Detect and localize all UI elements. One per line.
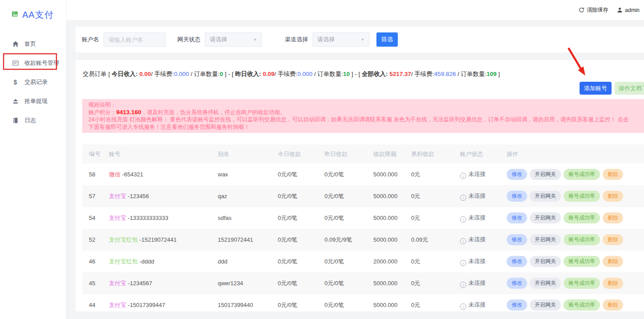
- account-success-rate-button[interactable]: 账号成功率: [564, 278, 600, 289]
- account-success-rate-button[interactable]: 账号成功率: [564, 212, 600, 223]
- summary-segment: 今日收入:: [112, 71, 139, 77]
- cell-operations: 修改开启网关账号成功率删除: [500, 251, 644, 272]
- cell-yesterday-income: 0元/0笔: [318, 272, 367, 294]
- cell-total-income: 0元: [404, 272, 453, 294]
- cell-limit: 5000.000: [367, 229, 404, 251]
- status-label: 未连接: [468, 301, 486, 308]
- chevron-down-icon: ▼: [253, 38, 257, 42]
- channel-type-label: 支付宝: [109, 215, 126, 221]
- status-label: 未连接: [468, 258, 486, 264]
- open-gateway-button[interactable]: 开启网关: [530, 234, 561, 245]
- delete-button[interactable]: 删除: [603, 212, 623, 223]
- cell-operations: 修改开启网关账号成功率删除: [500, 185, 644, 207]
- channel-select-label: 渠道选择: [285, 36, 308, 44]
- summary-segment: 10: [343, 71, 350, 77]
- account-success-rate-button[interactable]: 账号成功率: [564, 191, 600, 202]
- channel-select[interactable]: 请选择 ▼: [312, 32, 369, 47]
- doc-download-button[interactable]: 操作文档下载: [615, 82, 644, 95]
- modify-button[interactable]: 修改: [507, 169, 527, 180]
- cell-total-income: 0元: [404, 251, 453, 272]
- gateway-status-value: 请选择: [210, 36, 227, 44]
- column-header: 累积收款: [404, 144, 453, 163]
- summary-segment: / 订单数量:: [189, 71, 220, 77]
- cell-limit: 5000.000: [367, 185, 404, 207]
- cell-yesterday-income: 0元/0笔: [318, 294, 367, 316]
- cell-status: ↓未连接: [453, 163, 500, 185]
- cell-status: ↓未连接: [453, 251, 500, 272]
- summary-segment: / 手续费:: [274, 71, 297, 77]
- modify-button[interactable]: 修改: [507, 278, 527, 289]
- delete-button[interactable]: 删除: [603, 278, 623, 289]
- table-row: 58微信 -654321wax0元/0笔0元/0笔5000.0000元↓未连接修…: [82, 163, 644, 185]
- account-name-label: 账户名: [82, 36, 99, 44]
- table-row: 44支付宝 -15017399447150173994400元/0笔0元/0笔5…: [82, 294, 644, 316]
- summary-segment: 昨日收入:: [235, 71, 263, 77]
- open-gateway-button[interactable]: 开启网关: [530, 299, 561, 311]
- sidebar-item-account-management[interactable]: 收款账号管理: [0, 53, 66, 72]
- cell-status: ↓未连接: [453, 207, 500, 229]
- table-row: 46支付宝红包 -ddddddd0元/0笔0元/0笔2000.0000元↓未连接…: [82, 251, 644, 272]
- main-content: 账户名 网关状态 请选择 ▼ 渠道选择 请选择 ▼ 筛选 交易订单 [ 今日收入…: [67, 20, 644, 319]
- modify-button[interactable]: 修改: [507, 234, 527, 245]
- disconnected-icon: ↓: [460, 303, 466, 310]
- summary-segment: 全部收入:: [362, 71, 389, 77]
- modify-button[interactable]: 修改: [507, 256, 527, 267]
- account-success-rate-button[interactable]: 账号成功率: [564, 169, 600, 180]
- delete-button[interactable]: 删除: [603, 234, 623, 245]
- filter-button[interactable]: 筛选: [376, 32, 398, 47]
- accounts-table-head-row: 编号账号别名今日收款昨日收款收款限额累积收款账户状态操作: [82, 144, 644, 163]
- modify-button[interactable]: 修改: [507, 191, 527, 202]
- cell-status: ↓未连接: [453, 294, 500, 316]
- modify-button[interactable]: 修改: [507, 299, 527, 311]
- open-gateway-button[interactable]: 开启网关: [530, 191, 561, 202]
- open-gateway-button[interactable]: 开启网关: [530, 212, 561, 223]
- delete-button[interactable]: 删除: [603, 191, 623, 202]
- cell-alias: qaz: [211, 185, 271, 207]
- brand-name: AA支付: [22, 9, 54, 21]
- topbar: 清除缓存 admin: [67, 0, 644, 20]
- sidebar-item-withdraw[interactable]: 抢单提现: [0, 92, 66, 111]
- summary-segment: 459.826: [434, 71, 456, 77]
- cell-yesterday-income: 0元/0笔: [318, 163, 367, 185]
- summary-segment: ] - [: [350, 71, 362, 77]
- brand-logo: AA支付: [0, 0, 66, 21]
- add-account-button[interactable]: 添加账号: [580, 82, 612, 95]
- account-name-input[interactable]: [104, 32, 166, 47]
- column-header: 操作: [500, 144, 644, 163]
- sidebar-item-logs[interactable]: 日志: [0, 111, 66, 130]
- cell-account: 支付宝 -1234567: [102, 272, 211, 294]
- open-gateway-button[interactable]: 开启网关: [530, 278, 561, 289]
- delete-button[interactable]: 删除: [603, 299, 623, 311]
- rules-title: 规则说明：: [88, 101, 638, 109]
- cell-account: 支付宝 -133333333333: [102, 207, 211, 229]
- sidebar-item-label: 日志: [24, 116, 36, 124]
- channel-type-label: 支付宝红包: [109, 258, 138, 265]
- cell-account: 微信 -654321: [102, 163, 211, 185]
- cell-alias: qwer1234: [211, 272, 271, 294]
- summary-segment: 0.000: [174, 71, 189, 77]
- gateway-status-select[interactable]: 请选择 ▼: [205, 32, 262, 47]
- cell-yesterday-income: 0元/0笔: [318, 207, 367, 229]
- cell-today-income: 0元/0笔: [271, 272, 318, 294]
- cell-today-income: 0元/0笔: [271, 207, 318, 229]
- open-gateway-button[interactable]: 开启网关: [530, 256, 561, 267]
- sidebar-item-transactions[interactable]: $ 交易记录: [0, 72, 66, 92]
- delete-button[interactable]: 删除: [603, 169, 623, 180]
- channel-select-value: 请选择: [317, 36, 335, 44]
- cell-status: ↓未连接: [453, 185, 500, 207]
- modify-button[interactable]: 修改: [507, 212, 527, 223]
- channel-type-label: 支付宝: [109, 280, 126, 287]
- account-success-rate-button[interactable]: 账号成功率: [564, 299, 600, 311]
- accounts-table: 编号账号别名今日收款昨日收款收款限额累积收款账户状态操作 58微信 -65432…: [82, 144, 644, 316]
- account-success-rate-button[interactable]: 账号成功率: [564, 234, 600, 245]
- open-gateway-button[interactable]: 开启网关: [530, 169, 561, 180]
- delete-button[interactable]: 删除: [603, 256, 623, 267]
- column-header: 今日收款: [271, 144, 318, 163]
- account-success-rate-button[interactable]: 账号成功率: [564, 256, 600, 267]
- cell-alias: 15219072441: [211, 229, 271, 251]
- user-menu[interactable]: admin: [617, 7, 640, 13]
- cell-alias: 15017399440: [211, 294, 271, 316]
- cell-alias: sdfas: [211, 207, 271, 229]
- clear-cache-button[interactable]: 清除缓存: [579, 6, 608, 14]
- sidebar-item-home[interactable]: 首页: [0, 34, 66, 53]
